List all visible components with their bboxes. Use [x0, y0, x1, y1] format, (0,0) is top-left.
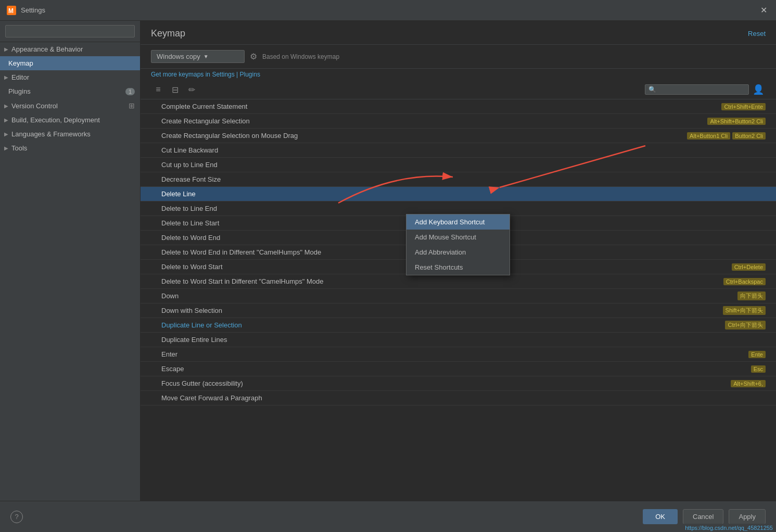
user-icon-button[interactable]: 👤	[751, 83, 766, 96]
arrow-icon: ▶	[4, 74, 8, 80]
shortcuts-container: Ente	[748, 351, 766, 358]
bottom-left: ?	[10, 511, 23, 523]
context-menu-item-add-keyboard-shortcut[interactable]: Add Keyboard Shortcut	[406, 214, 510, 230]
help-button[interactable]: ?	[10, 511, 23, 523]
shortcuts-container: Ctrl+Shift+Ente	[721, 103, 766, 110]
arrow-icon: ▶	[4, 145, 8, 151]
table-row[interactable]: Enter Ente	[141, 347, 776, 362]
shortcuts-container: Ctrl+向下箭头	[725, 321, 766, 330]
shortcut-badge: Ctrl+Shift+Ente	[721, 103, 766, 110]
sidebar-item-build[interactable]: ▶ Build, Execution, Deployment	[0, 113, 140, 127]
table-row[interactable]: Escape Esc	[141, 362, 776, 376]
table-row[interactable]: Down 向下箭头	[141, 289, 776, 303]
content-area: Keymap Reset Windows copy ▼ ⚙ Based on W…	[141, 21, 776, 501]
table-row[interactable]: Create Rectangular Selection on Mouse Dr…	[141, 129, 776, 143]
shortcut-badge: Alt+Shift+Button2 Cli	[707, 118, 766, 125]
close-button[interactable]: ✕	[757, 4, 770, 17]
bottom-bar: ? OK Cancel Apply	[0, 501, 776, 532]
main-layout: ▶ Appearance & Behavior Keymap ▶ Editor …	[0, 21, 776, 501]
toolbar: ≡ ⊟ ✏ 🔍 👤	[141, 80, 776, 99]
action-name: Decrease Font Size	[161, 175, 766, 183]
sidebar-item-version-control[interactable]: ▶ Version Control ⊞	[0, 98, 140, 113]
table-row[interactable]: Create Rectangular Selection Alt+Shift+B…	[141, 114, 776, 129]
action-name: Move Caret Forward a Paragraph	[161, 394, 766, 402]
sidebar-item-keymap[interactable]: Keymap	[0, 56, 140, 70]
shortcut-badge: Shift+向下箭头	[723, 306, 766, 315]
table-row[interactable]: Cut Line Backward	[141, 143, 776, 158]
shortcuts-container: Alt+Button1 Cli Button2 Cli	[687, 132, 766, 140]
plugins-badge: 1	[125, 88, 135, 95]
table-row[interactable]: Decrease Font Size	[141, 172, 776, 187]
table-row[interactable]: Move Caret Forward a Paragraph	[141, 391, 776, 406]
shortcuts-container: Shift+向下箭头	[723, 306, 766, 315]
keymap-list: Complete Current Statement Ctrl+Shift+En…	[141, 99, 776, 501]
shortcut-badge: Ente	[748, 351, 766, 358]
edit-button[interactable]: ✏	[184, 83, 199, 96]
shortcuts-container: 向下箭头	[737, 292, 766, 300]
context-menu-item-add-abbreviation[interactable]: Add Abbreviation	[406, 245, 510, 260]
sidebar-item-label: Keymap	[8, 59, 33, 67]
chevron-down-icon: ▼	[203, 54, 209, 59]
expand-all-button[interactable]: ≡	[151, 83, 166, 96]
gear-button[interactable]: ⚙	[250, 52, 257, 61]
based-on-text: Based on Windows keymap	[262, 53, 339, 60]
sidebar-item-appearance[interactable]: ▶ Appearance & Behavior	[0, 42, 140, 56]
toolbar-search-container: 🔍	[645, 84, 749, 95]
svg-text:M: M	[8, 7, 14, 15]
table-row[interactable]: Focus Gutter (accessibility) Alt+Shift+6…	[141, 376, 776, 391]
action-name: Cut up to Line End	[161, 161, 766, 169]
action-name: Delete to Word Start in Different "Camel…	[161, 277, 723, 285]
action-name: Create Rectangular Selection	[161, 117, 707, 125]
sidebar-item-plugins[interactable]: Plugins 1	[0, 84, 140, 98]
repo-icon: ⊞	[129, 102, 135, 110]
apply-button[interactable]: Apply	[729, 509, 766, 524]
shortcut-badge: Alt+Shift+6,	[731, 380, 766, 387]
context-menu-item-add-mouse-shortcut[interactable]: Add Mouse Shortcut	[406, 230, 510, 245]
table-row[interactable]: Duplicate Line or Selection Ctrl+向下箭头	[141, 318, 776, 333]
arrow-icon: ▶	[4, 131, 8, 137]
action-name: Down with Selection	[161, 307, 723, 314]
table-row[interactable]: Cut up to Line End	[141, 158, 776, 172]
sidebar-item-editor[interactable]: ▶ Editor	[0, 70, 140, 84]
toolbar-search-input[interactable]	[656, 86, 740, 93]
sidebar-item-label: Build, Execution, Deployment	[11, 116, 100, 124]
table-row[interactable]: Complete Current Statement Ctrl+Shift+En…	[141, 99, 776, 114]
title-bar: M Settings ✕	[0, 0, 776, 21]
sidebar-search-input[interactable]	[5, 25, 135, 37]
reset-button[interactable]: Reset	[748, 30, 766, 37]
collapse-all-button[interactable]: ⊟	[168, 83, 182, 96]
content-header: Keymap Reset	[141, 21, 776, 45]
action-name: Enter	[161, 350, 748, 358]
sidebar-item-label: Appearance & Behavior	[11, 45, 83, 53]
sidebar-item-tools[interactable]: ▶ Tools	[0, 141, 140, 155]
app-logo: M	[6, 5, 17, 16]
action-name: Escape	[161, 365, 751, 373]
action-name: Cut Line Backward	[161, 146, 766, 154]
search-icon: 🔍	[648, 86, 656, 93]
shortcut-badge: Esc	[751, 365, 766, 373]
sidebar-item-label: Tools	[11, 144, 27, 152]
table-row[interactable]: Delete to Word Start in Different "Camel…	[141, 274, 776, 289]
status-url: https://blog.csdn.net/qq_45821255	[682, 524, 776, 532]
cancel-button[interactable]: Cancel	[683, 509, 723, 524]
action-name: Duplicate Line or Selection	[161, 321, 725, 329]
shortcuts-container: Ctrl+Delete	[732, 263, 766, 271]
window-title: Settings	[21, 6, 45, 14]
sidebar-item-languages[interactable]: ▶ Languages & Frameworks	[0, 127, 140, 141]
context-menu-item-reset-shortcuts[interactable]: Reset Shortcuts	[406, 260, 510, 275]
context-menu: Add Keyboard Shortcut Add Mouse Shortcut…	[406, 214, 510, 275]
action-name: Duplicate Entire Lines	[161, 336, 766, 344]
table-row[interactable]: Delete Line	[141, 187, 776, 201]
shortcut-badge: Button2 Cli	[732, 132, 766, 140]
sidebar-search-container	[0, 21, 140, 42]
table-row[interactable]: Down with Selection Shift+向下箭头	[141, 303, 776, 318]
keymap-dropdown[interactable]: Windows copy ▼	[151, 50, 245, 63]
keymap-link[interactable]: Get more keymaps in Settings | Plugins	[141, 69, 776, 80]
shortcut-badge: 向下箭头	[737, 292, 766, 300]
table-row[interactable]: Duplicate Entire Lines	[141, 333, 776, 347]
shortcut-badge: Ctrl+Delete	[732, 263, 766, 271]
ok-button[interactable]: OK	[643, 509, 678, 524]
shortcut-badge: Ctrl+Backspac	[723, 278, 766, 285]
keymap-dropdown-value: Windows copy	[157, 53, 200, 60]
shortcuts-container: Esc	[751, 365, 766, 373]
